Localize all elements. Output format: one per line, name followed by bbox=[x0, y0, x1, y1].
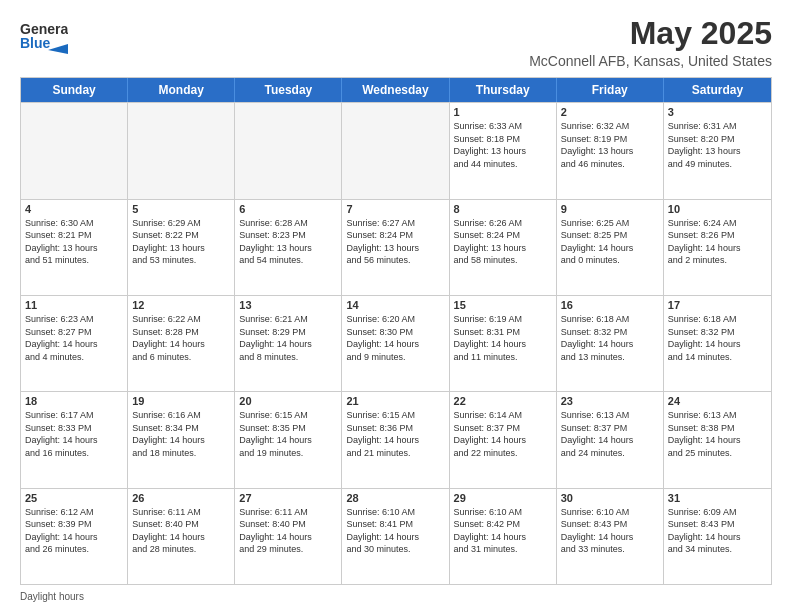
cell-info: Sunrise: 6:12 AM Sunset: 8:39 PM Dayligh… bbox=[25, 506, 123, 556]
calendar-row-3: 11Sunrise: 6:23 AM Sunset: 8:27 PM Dayli… bbox=[21, 295, 771, 391]
day-number: 9 bbox=[561, 203, 659, 215]
day-cell-4: 4Sunrise: 6:30 AM Sunset: 8:21 PM Daylig… bbox=[21, 200, 128, 295]
weekday-header-thursday: Thursday bbox=[450, 78, 557, 102]
day-number: 3 bbox=[668, 106, 767, 118]
day-number: 31 bbox=[668, 492, 767, 504]
calendar-header: SundayMondayTuesdayWednesdayThursdayFrid… bbox=[21, 78, 771, 102]
cell-info: Sunrise: 6:13 AM Sunset: 8:38 PM Dayligh… bbox=[668, 409, 767, 459]
footer-text: Daylight hours bbox=[20, 591, 84, 602]
calendar-row-1: 1Sunrise: 6:33 AM Sunset: 8:18 PM Daylig… bbox=[21, 102, 771, 198]
day-cell-25: 25Sunrise: 6:12 AM Sunset: 8:39 PM Dayli… bbox=[21, 489, 128, 584]
day-cell-17: 17Sunrise: 6:18 AM Sunset: 8:32 PM Dayli… bbox=[664, 296, 771, 391]
cell-info: Sunrise: 6:26 AM Sunset: 8:24 PM Dayligh… bbox=[454, 217, 552, 267]
day-cell-21: 21Sunrise: 6:15 AM Sunset: 8:36 PM Dayli… bbox=[342, 392, 449, 487]
calendar-row-5: 25Sunrise: 6:12 AM Sunset: 8:39 PM Dayli… bbox=[21, 488, 771, 584]
day-cell-15: 15Sunrise: 6:19 AM Sunset: 8:31 PM Dayli… bbox=[450, 296, 557, 391]
weekday-header-friday: Friday bbox=[557, 78, 664, 102]
day-number: 30 bbox=[561, 492, 659, 504]
day-cell-31: 31Sunrise: 6:09 AM Sunset: 8:43 PM Dayli… bbox=[664, 489, 771, 584]
day-cell-16: 16Sunrise: 6:18 AM Sunset: 8:32 PM Dayli… bbox=[557, 296, 664, 391]
calendar-row-2: 4Sunrise: 6:30 AM Sunset: 8:21 PM Daylig… bbox=[21, 199, 771, 295]
day-number: 21 bbox=[346, 395, 444, 407]
day-cell-2: 2Sunrise: 6:32 AM Sunset: 8:19 PM Daylig… bbox=[557, 103, 664, 198]
day-cell-28: 28Sunrise: 6:10 AM Sunset: 8:41 PM Dayli… bbox=[342, 489, 449, 584]
cell-info: Sunrise: 6:18 AM Sunset: 8:32 PM Dayligh… bbox=[561, 313, 659, 363]
day-number: 22 bbox=[454, 395, 552, 407]
day-number: 5 bbox=[132, 203, 230, 215]
day-number: 20 bbox=[239, 395, 337, 407]
weekday-header-saturday: Saturday bbox=[664, 78, 771, 102]
cell-info: Sunrise: 6:10 AM Sunset: 8:41 PM Dayligh… bbox=[346, 506, 444, 556]
cell-info: Sunrise: 6:24 AM Sunset: 8:26 PM Dayligh… bbox=[668, 217, 767, 267]
day-number: 2 bbox=[561, 106, 659, 118]
cell-info: Sunrise: 6:30 AM Sunset: 8:21 PM Dayligh… bbox=[25, 217, 123, 267]
day-number: 4 bbox=[25, 203, 123, 215]
day-number: 28 bbox=[346, 492, 444, 504]
day-cell-18: 18Sunrise: 6:17 AM Sunset: 8:33 PM Dayli… bbox=[21, 392, 128, 487]
day-number: 26 bbox=[132, 492, 230, 504]
day-number: 16 bbox=[561, 299, 659, 311]
day-number: 15 bbox=[454, 299, 552, 311]
day-cell-19: 19Sunrise: 6:16 AM Sunset: 8:34 PM Dayli… bbox=[128, 392, 235, 487]
empty-cell bbox=[235, 103, 342, 198]
calendar: SundayMondayTuesdayWednesdayThursdayFrid… bbox=[20, 77, 772, 585]
weekday-header-tuesday: Tuesday bbox=[235, 78, 342, 102]
cell-info: Sunrise: 6:15 AM Sunset: 8:36 PM Dayligh… bbox=[346, 409, 444, 459]
cell-info: Sunrise: 6:19 AM Sunset: 8:31 PM Dayligh… bbox=[454, 313, 552, 363]
cell-info: Sunrise: 6:31 AM Sunset: 8:20 PM Dayligh… bbox=[668, 120, 767, 170]
day-number: 7 bbox=[346, 203, 444, 215]
logo-icon: General Blue bbox=[20, 16, 68, 58]
page: General Blue May 2025 McConnell AFB, Kan… bbox=[0, 0, 792, 612]
day-cell-30: 30Sunrise: 6:10 AM Sunset: 8:43 PM Dayli… bbox=[557, 489, 664, 584]
cell-info: Sunrise: 6:15 AM Sunset: 8:35 PM Dayligh… bbox=[239, 409, 337, 459]
day-cell-23: 23Sunrise: 6:13 AM Sunset: 8:37 PM Dayli… bbox=[557, 392, 664, 487]
day-cell-24: 24Sunrise: 6:13 AM Sunset: 8:38 PM Dayli… bbox=[664, 392, 771, 487]
cell-info: Sunrise: 6:18 AM Sunset: 8:32 PM Dayligh… bbox=[668, 313, 767, 363]
day-cell-3: 3Sunrise: 6:31 AM Sunset: 8:20 PM Daylig… bbox=[664, 103, 771, 198]
title-block: May 2025 McConnell AFB, Kansas, United S… bbox=[529, 16, 772, 69]
cell-info: Sunrise: 6:17 AM Sunset: 8:33 PM Dayligh… bbox=[25, 409, 123, 459]
day-number: 12 bbox=[132, 299, 230, 311]
day-number: 1 bbox=[454, 106, 552, 118]
day-cell-12: 12Sunrise: 6:22 AM Sunset: 8:28 PM Dayli… bbox=[128, 296, 235, 391]
day-number: 10 bbox=[668, 203, 767, 215]
day-cell-27: 27Sunrise: 6:11 AM Sunset: 8:40 PM Dayli… bbox=[235, 489, 342, 584]
day-cell-22: 22Sunrise: 6:14 AM Sunset: 8:37 PM Dayli… bbox=[450, 392, 557, 487]
day-cell-14: 14Sunrise: 6:20 AM Sunset: 8:30 PM Dayli… bbox=[342, 296, 449, 391]
day-cell-11: 11Sunrise: 6:23 AM Sunset: 8:27 PM Dayli… bbox=[21, 296, 128, 391]
location-title: McConnell AFB, Kansas, United States bbox=[529, 53, 772, 69]
day-number: 17 bbox=[668, 299, 767, 311]
cell-info: Sunrise: 6:13 AM Sunset: 8:37 PM Dayligh… bbox=[561, 409, 659, 459]
cell-info: Sunrise: 6:11 AM Sunset: 8:40 PM Dayligh… bbox=[132, 506, 230, 556]
cell-info: Sunrise: 6:33 AM Sunset: 8:18 PM Dayligh… bbox=[454, 120, 552, 170]
cell-info: Sunrise: 6:28 AM Sunset: 8:23 PM Dayligh… bbox=[239, 217, 337, 267]
cell-info: Sunrise: 6:20 AM Sunset: 8:30 PM Dayligh… bbox=[346, 313, 444, 363]
day-number: 24 bbox=[668, 395, 767, 407]
day-cell-26: 26Sunrise: 6:11 AM Sunset: 8:40 PM Dayli… bbox=[128, 489, 235, 584]
cell-info: Sunrise: 6:10 AM Sunset: 8:42 PM Dayligh… bbox=[454, 506, 552, 556]
cell-info: Sunrise: 6:09 AM Sunset: 8:43 PM Dayligh… bbox=[668, 506, 767, 556]
day-number: 11 bbox=[25, 299, 123, 311]
empty-cell bbox=[128, 103, 235, 198]
svg-marker-2 bbox=[48, 44, 68, 54]
day-number: 13 bbox=[239, 299, 337, 311]
day-cell-13: 13Sunrise: 6:21 AM Sunset: 8:29 PM Dayli… bbox=[235, 296, 342, 391]
day-cell-20: 20Sunrise: 6:15 AM Sunset: 8:35 PM Dayli… bbox=[235, 392, 342, 487]
weekday-header-wednesday: Wednesday bbox=[342, 78, 449, 102]
cell-info: Sunrise: 6:10 AM Sunset: 8:43 PM Dayligh… bbox=[561, 506, 659, 556]
logo: General Blue bbox=[20, 16, 68, 62]
cell-info: Sunrise: 6:14 AM Sunset: 8:37 PM Dayligh… bbox=[454, 409, 552, 459]
calendar-body: 1Sunrise: 6:33 AM Sunset: 8:18 PM Daylig… bbox=[21, 102, 771, 584]
day-cell-5: 5Sunrise: 6:29 AM Sunset: 8:22 PM Daylig… bbox=[128, 200, 235, 295]
svg-text:Blue: Blue bbox=[20, 35, 51, 51]
day-cell-9: 9Sunrise: 6:25 AM Sunset: 8:25 PM Daylig… bbox=[557, 200, 664, 295]
cell-info: Sunrise: 6:27 AM Sunset: 8:24 PM Dayligh… bbox=[346, 217, 444, 267]
day-cell-1: 1Sunrise: 6:33 AM Sunset: 8:18 PM Daylig… bbox=[450, 103, 557, 198]
weekday-header-monday: Monday bbox=[128, 78, 235, 102]
day-cell-7: 7Sunrise: 6:27 AM Sunset: 8:24 PM Daylig… bbox=[342, 200, 449, 295]
cell-info: Sunrise: 6:11 AM Sunset: 8:40 PM Dayligh… bbox=[239, 506, 337, 556]
day-number: 19 bbox=[132, 395, 230, 407]
month-title: May 2025 bbox=[529, 16, 772, 51]
cell-info: Sunrise: 6:22 AM Sunset: 8:28 PM Dayligh… bbox=[132, 313, 230, 363]
day-number: 23 bbox=[561, 395, 659, 407]
